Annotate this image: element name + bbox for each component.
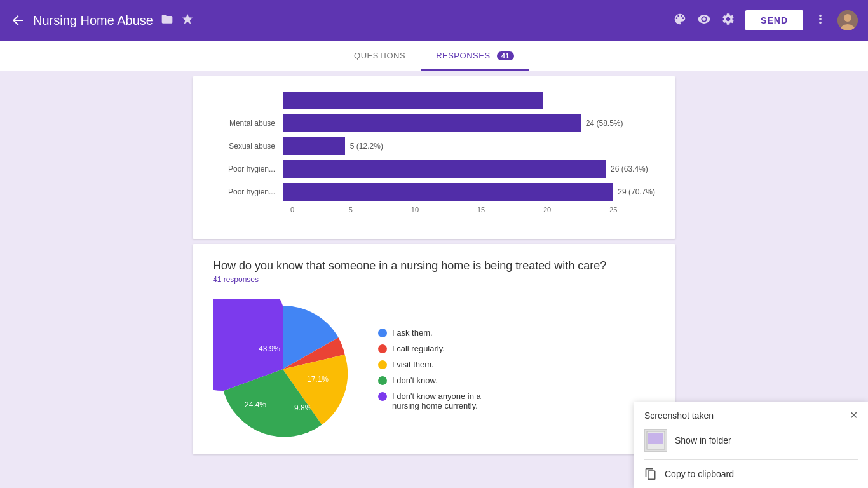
bar-value-hygiene1: 26 (63.4%) [611,165,648,173]
legend-dot-call [378,344,387,353]
x-tick-25: 25 [609,206,617,214]
legend-label-no-one: I don't know anyone in a nursing home cu… [392,391,506,410]
legend-item-dont-know: I don't know. [378,376,506,385]
bar-label-mental: Mental abuse [213,119,283,128]
responses-badge: 41 [497,51,514,60]
legend-label-call: I call regularly. [392,344,445,353]
bar-outer-top [283,92,655,109]
bar-row-top [213,92,655,109]
bar-row-hygiene1: Poor hygien... 26 (63.4%) [213,160,655,178]
pie-svg: 17.1% 9.8% 24.4% 43.9% [213,299,353,439]
legend-item-ask: I ask them. [378,328,506,337]
settings-icon[interactable] [721,12,735,29]
bar-value-hygiene2: 29 (70.7%) [618,187,655,196]
bar-outer-hygiene1: 26 (63.4%) [283,160,655,178]
screenshot-title: Screenshot taken [644,410,714,421]
question-title: How do you know that someone in a nursin… [213,259,655,273]
legend-item-no-one: I don't know anyone in a nursing home cu… [378,391,506,410]
copy-clipboard-text: Copy to clipboard [665,469,734,479]
tab-responses[interactable]: RESPONSES 41 [421,41,529,71]
bar-label-sexual: Sexual abuse [213,142,283,151]
legend-item-visit: I visit them. [378,360,506,369]
bar-label-hygiene1: Poor hygien... [213,165,283,173]
screenshot-thumbnail [644,429,667,452]
bar-fill-top [283,92,543,109]
svg-point-1 [844,14,851,22]
send-button[interactable]: SEND [745,10,803,30]
show-folder-text: Show in folder [675,435,731,445]
header-left: Nursing Home Abuse [10,13,673,29]
back-button[interactable] [10,13,25,28]
pie-chart-card: How do you know that someone in a nursin… [193,244,675,454]
x-tick-20: 20 [543,206,551,214]
svg-text:43.9%: 43.9% [259,344,280,353]
preview-icon[interactable] [697,12,711,29]
x-tick-10: 10 [411,206,419,214]
show-folder-row[interactable]: Show in folder [634,421,868,459]
svg-text:9.8%: 9.8% [294,403,312,412]
star-icon[interactable] [181,13,194,29]
bar-fill-hygiene1 [283,160,606,178]
tabs-container: QUESTIONS RESPONSES 41 [0,41,868,71]
bar-row-sexual: Sexual abuse 5 (12.2%) [213,137,655,155]
x-axis: 0 5 10 15 20 25 [290,206,655,214]
bar-chart-card: Mental abuse 24 (58.5%) Sexual abuse 5 (… [193,76,675,239]
bar-row-mental: Mental abuse 24 (58.5%) [213,114,655,132]
avatar[interactable] [837,10,858,30]
svg-text:17.1%: 17.1% [307,375,329,384]
bar-label-hygiene2: Poor hygien... [213,187,283,196]
screenshot-notification: Screenshot taken ✕ Show in folder Copy t… [634,402,868,488]
tabs-bar: QUESTIONS RESPONSES 41 [0,41,868,71]
folder-icon[interactable] [161,13,173,29]
legend-dot-visit [378,360,387,369]
legend-label-ask: I ask them. [392,328,433,337]
legend-label-visit: I visit them. [392,360,434,369]
svg-rect-8 [648,433,663,444]
bar-outer-sexual: 5 (12.2%) [283,137,655,155]
screenshot-content: Show in folder Copy to clipboard [634,421,868,488]
svg-text:24.4%: 24.4% [245,400,266,409]
x-tick-15: 15 [477,206,485,214]
x-tick-5: 5 [349,206,353,214]
copy-clipboard-row[interactable]: Copy to clipboard [634,460,868,488]
bar-outer-mental: 24 (58.5%) [283,114,655,132]
responses-count: 41 responses [213,275,655,284]
clipboard-icon [644,468,657,480]
bar-value-mental: 24 (58.5%) [586,119,623,128]
bar-row-hygiene2: Poor hygien... 29 (70.7%) [213,183,655,201]
bar-fill-mental [283,114,581,132]
form-title: Nursing Home Abuse [33,13,153,28]
palette-icon[interactable] [673,12,687,29]
bar-value-sexual: 5 (12.2%) [350,142,383,151]
pie-legend: I ask them. I call regularly. I visit th… [378,328,506,410]
legend-dot-ask [378,329,387,337]
tab-questions[interactable]: QUESTIONS [339,41,421,71]
bar-fill-hygiene2 [283,183,613,201]
bar-outer-hygiene2: 29 (70.7%) [283,183,655,201]
more-options-icon[interactable] [813,12,827,29]
bar-chart-area: Mental abuse 24 (58.5%) Sexual abuse 5 (… [213,92,655,224]
legend-dot-no-one [378,392,387,401]
close-notification-button[interactable]: ✕ [850,409,858,421]
pie-chart: 17.1% 9.8% 24.4% 43.9% [213,299,353,439]
bar-fill-sexual [283,137,345,155]
header-right: SEND [673,10,858,30]
legend-dot-dont-know [378,376,387,385]
legend-label-dont-know: I don't know. [392,376,438,385]
screenshot-header: Screenshot taken ✕ [634,402,868,421]
legend-item-call: I call regularly. [378,344,506,353]
app-header: Nursing Home Abuse SEND [0,0,868,41]
chart-area: 17.1% 9.8% 24.4% 43.9% I ask them. I cal… [213,299,655,439]
